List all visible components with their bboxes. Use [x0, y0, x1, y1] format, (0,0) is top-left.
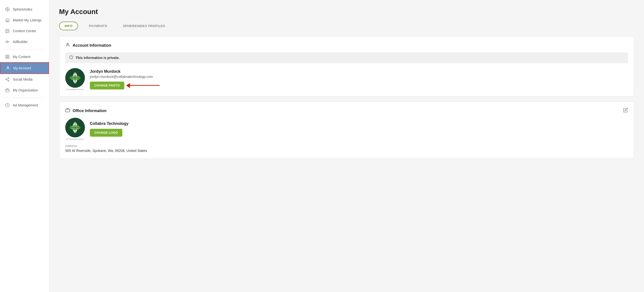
change-logo-button[interactable]: CHANGE LOGO	[90, 129, 122, 137]
profile-row: SPHEREBUILDER® Jordyn Murdock jordyn.mur…	[65, 68, 628, 90]
address-value: 505 W Riverside, Spokane, Wa, 99208, Uni…	[65, 149, 628, 153]
image-icon	[5, 28, 10, 33]
sidebar-item-social-media[interactable]: Social Media	[0, 74, 49, 85]
sidebar-item-market-listings[interactable]: Market My Listings	[0, 15, 49, 25]
svg-point-11	[6, 79, 7, 80]
office-avatar-wrapper: SPHEREBUILDER®	[65, 118, 85, 140]
user-email: jordyn.murdock@collabratechnology.com	[90, 75, 628, 79]
office-profile-info: Collabra Technology CHANGE LOGO	[90, 122, 628, 137]
svg-rect-8	[8, 57, 9, 58]
sidebar-item-sphere-index[interactable]: SphereIndex	[0, 4, 49, 15]
edit-icon[interactable]	[623, 108, 628, 114]
arrow-head	[126, 83, 130, 88]
sidebar: SphereIndex Market My Listings Content C…	[0, 0, 49, 292]
account-info-header: Account Information	[65, 42, 628, 48]
sphere-builder-label: SPHEREBUILDER®	[66, 89, 84, 90]
svg-point-19	[67, 43, 69, 45]
content-icon	[5, 54, 10, 59]
share-icon	[5, 77, 10, 82]
tab-sphereindex-profiles[interactable]: SPHEREINDEX PROFILES	[118, 22, 170, 30]
tabs-bar: INFO PAYMENTS SPHEREINDEX PROFILES	[59, 22, 634, 30]
user-icon	[6, 66, 10, 71]
office-info-icon	[65, 108, 70, 114]
arrow-line	[130, 85, 160, 86]
svg-rect-2	[7, 21, 8, 22]
company-name: Collabra Technology	[90, 122, 628, 126]
profile-info: Jordyn Murdock jordyn.murdock@collabrate…	[90, 69, 628, 89]
clock-icon	[5, 103, 10, 108]
sidebar-item-content-center[interactable]: Content Center	[0, 25, 49, 36]
account-info-card: Account Information This information is …	[59, 36, 634, 97]
svg-point-9	[7, 67, 8, 68]
svg-rect-27	[66, 109, 70, 112]
sidebar-item-my-account[interactable]: My Account	[0, 62, 49, 74]
svg-rect-15	[6, 89, 9, 92]
briefcase-icon	[5, 88, 10, 93]
sidebar-item-label: AdBuilder	[13, 40, 28, 44]
office-sphere-builder-label: SPHEREBUILDER®	[66, 138, 84, 140]
sidebar-item-label: Market My Listings	[13, 18, 42, 22]
svg-point-12	[8, 80, 9, 81]
chart-icon	[5, 7, 10, 12]
tab-info[interactable]: INFO	[59, 22, 78, 30]
private-notice-text: This information is private.	[76, 56, 120, 60]
sidebar-divider-2	[4, 98, 45, 98]
change-photo-row: CHANGE PHOTO	[90, 82, 628, 89]
account-info-icon	[65, 42, 70, 48]
sidebar-item-label: Ad Management	[13, 103, 38, 107]
svg-line-14	[7, 78, 8, 79]
sidebar-item-label: My Account	[13, 66, 31, 70]
office-info-header: Office Information	[65, 108, 106, 114]
svg-point-10	[8, 78, 9, 79]
sidebar-item-label: My Content	[13, 55, 30, 59]
sidebar-item-my-organization[interactable]: My Organization	[0, 85, 49, 96]
sidebar-item-ad-management[interactable]: Ad Management	[0, 100, 49, 111]
account-info-title: Account Information	[72, 43, 111, 48]
avatar-wrapper: SPHEREBUILDER®	[65, 68, 85, 90]
sidebar-item-ad-builder[interactable]: AdBuilder	[0, 36, 49, 47]
svg-rect-7	[6, 57, 7, 58]
sidebar-item-label: Social Media	[13, 77, 32, 81]
main-content: My Account INFO PAYMENTS SPHEREINDEX PRO…	[49, 0, 644, 292]
sidebar-item-label: My Organization	[13, 88, 38, 92]
home-icon	[5, 18, 10, 23]
address-label: Address:	[65, 144, 628, 148]
private-notice: This information is private.	[65, 52, 628, 63]
office-profile-row: SPHEREBUILDER® Collabra Technology CHANG…	[65, 118, 628, 140]
office-card-header: Office Information	[65, 108, 628, 118]
sidebar-divider-1	[4, 49, 45, 49]
sidebar-item-my-content[interactable]: My Content	[0, 51, 49, 62]
sidebar-item-label: Content Center	[13, 29, 36, 33]
svg-line-13	[7, 80, 8, 80]
office-info-title: Office Information	[72, 109, 106, 113]
user-name: Jordyn Murdock	[90, 69, 628, 74]
arrow-annotation	[126, 83, 160, 88]
page-title: My Account	[59, 8, 634, 16]
tab-payments[interactable]: PAYMENTS	[84, 22, 112, 30]
office-avatar	[65, 118, 85, 138]
svg-point-4	[6, 30, 7, 30]
avatar	[65, 68, 85, 88]
change-photo-button[interactable]: CHANGE PHOTO	[90, 82, 124, 89]
sidebar-item-label: SphereIndex	[13, 7, 32, 11]
megaphone-icon	[5, 39, 10, 44]
svg-rect-6	[8, 55, 9, 56]
info-icon	[69, 55, 73, 60]
office-info-card: Office Information	[59, 102, 634, 159]
svg-rect-5	[6, 55, 7, 56]
